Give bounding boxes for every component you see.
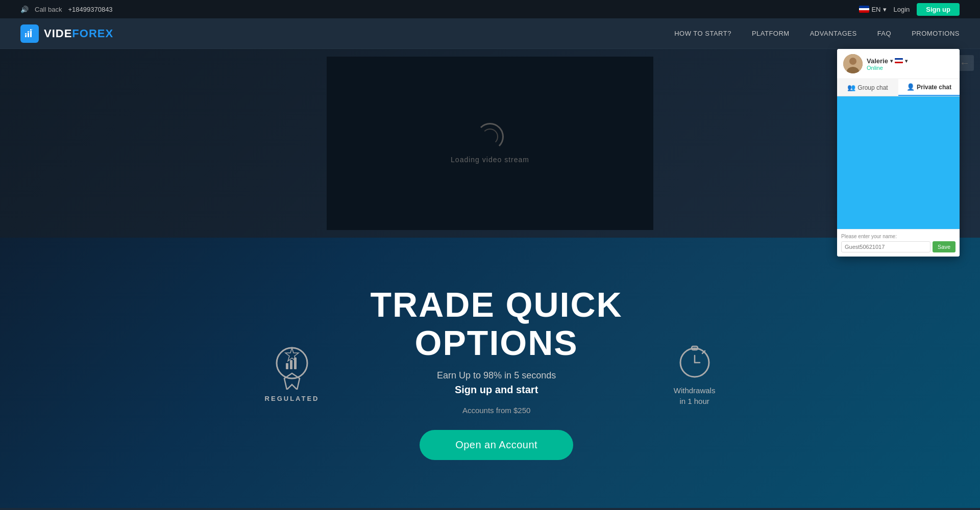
chat-username: Valerie ▾ ▾ — [867, 57, 953, 65]
logo: VIDEFOREX — [20, 24, 113, 43]
phone-number[interactable]: +18499370843 — [68, 6, 112, 13]
nav-advantages[interactable]: ADVANTAGES — [810, 30, 857, 37]
svg-rect-9 — [290, 360, 292, 369]
chat-input-row: Save — [841, 241, 955, 252]
call-icon: 🔊 — [20, 6, 29, 13]
svg-rect-10 — [294, 358, 297, 369]
agent-flag-icon — [895, 58, 903, 63]
withdrawals-timer: Withdrawals in 1 hour — [674, 339, 716, 406]
nav-how-to-start[interactable]: HOW TO START? — [674, 30, 731, 37]
chat-header: Valerie ▾ ▾ Online — [837, 49, 960, 79]
flag-icon — [859, 6, 869, 13]
hero-title-line1: TRADE QUICK — [371, 286, 623, 324]
chat-messages-area — [837, 96, 960, 229]
video-area: Loading video stream ← Valerie ▾ — [0, 49, 980, 238]
hero-subtitle-bold: Sign up and start — [371, 384, 623, 396]
agent-status: Online — [867, 65, 953, 71]
login-button[interactable]: Login — [894, 6, 910, 13]
withdrawals-line1: Withdrawals — [674, 385, 716, 396]
chat-save-button[interactable]: Save — [933, 241, 955, 252]
logo-vide: VIDE — [44, 27, 72, 40]
person-icon: 👤 — [906, 83, 915, 91]
dropdown-icon: ▾ — [890, 58, 893, 64]
logo-text: VIDEFOREX — [44, 27, 113, 40]
nav-faq[interactable]: FAQ — [877, 30, 892, 37]
private-chat-tab[interactable]: 👤 Private chat — [898, 79, 960, 96]
loading-text: Loading video stream — [451, 156, 529, 164]
group-chat-label: Group chat — [857, 84, 888, 91]
language-selector[interactable]: EN ▾ — [859, 6, 886, 13]
nav-promotions[interactable]: PROMOTIONS — [912, 30, 960, 37]
call-back-label[interactable]: Call back — [35, 6, 62, 13]
withdrawals-line2: in 1 hour — [674, 396, 716, 406]
nav-links: HOW TO START? PLATFORM ADVANTAGES FAQ PR… — [674, 30, 960, 37]
hero-section: REGULATED TRADE QUICK OPTIONS Earn Up to… — [0, 238, 980, 508]
hero-content: REGULATED TRADE QUICK OPTIONS Earn Up to… — [133, 286, 847, 460]
svg-rect-8 — [286, 363, 288, 369]
hero-title: TRADE QUICK OPTIONS — [371, 286, 623, 362]
agent-avatar — [843, 54, 863, 73]
badge-svg — [269, 344, 315, 390]
chevron-down-icon: ▾ — [883, 6, 887, 13]
signup-button[interactable]: Sign up — [917, 3, 960, 16]
top-bar-left: 🔊 Call back +18499370843 — [20, 6, 113, 13]
navbar: VIDEFOREX HOW TO START? PLATFORM ADVANTA… — [0, 18, 980, 49]
chat-footer: Please enter your name: Save — [837, 229, 960, 257]
accounts-from: Accounts from $250 — [371, 406, 623, 415]
chat-tabs: 👥 Group chat 👤 Private chat — [837, 79, 960, 96]
svg-point-4 — [849, 58, 856, 65]
regulated-badge: REGULATED — [265, 344, 320, 402]
lang-label: EN — [871, 6, 880, 13]
nav-platform[interactable]: PLATFORM — [752, 30, 790, 37]
regulated-label: REGULATED — [265, 395, 320, 402]
withdrawals-label: Withdrawals in 1 hour — [674, 385, 716, 406]
chat-panel: Valerie ▾ ▾ Online 👥 Group chat 👤 Privat… — [837, 49, 960, 257]
hero-title-line2: OPTIONS — [371, 324, 623, 362]
hero-subtitle: Earn Up to 98% in 5 seconds — [371, 370, 623, 381]
private-chat-label: Private chat — [917, 84, 951, 91]
open-account-button[interactable]: Open an Account — [420, 430, 573, 460]
group-icon: 👥 — [847, 84, 855, 91]
svg-marker-7 — [285, 348, 299, 361]
chat-name-input[interactable] — [841, 241, 930, 252]
chat-name-prompt: Please enter your name: — [841, 234, 955, 239]
logo-forex: FOREX — [72, 27, 113, 40]
group-chat-tab[interactable]: 👥 Group chat — [837, 79, 898, 96]
hero-text: TRADE QUICK OPTIONS Earn Up to 98% in 5 … — [371, 286, 623, 460]
top-bar: 🔊 Call back +18499370843 EN ▾ Login Sign… — [0, 0, 980, 18]
timer-svg — [674, 339, 715, 380]
logo-icon — [20, 24, 39, 43]
video-player: Loading video stream — [327, 57, 653, 230]
loading-spinner — [476, 123, 504, 150]
top-bar-right: EN ▾ Login Sign up — [859, 3, 960, 16]
agent-flag-dropdown: ▾ — [905, 58, 908, 64]
chat-user-info: Valerie ▾ ▾ Online — [867, 57, 953, 71]
